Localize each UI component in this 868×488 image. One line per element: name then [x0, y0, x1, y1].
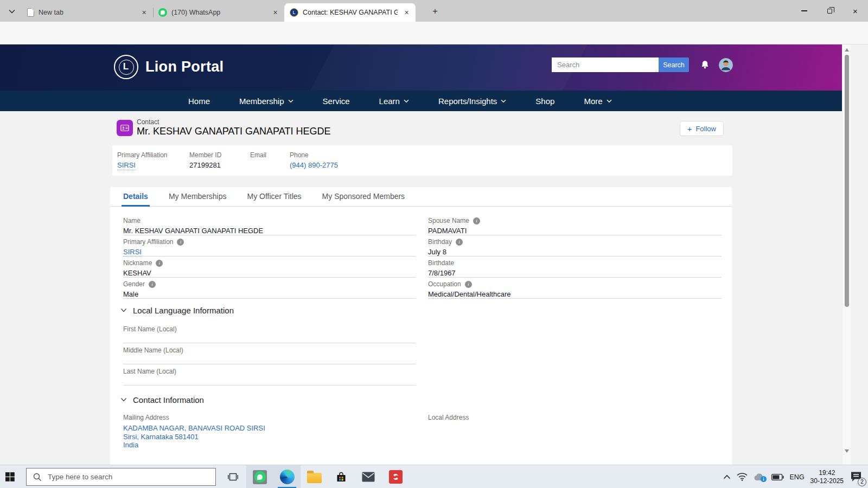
- portal-search-input[interactable]: [552, 57, 659, 72]
- user-avatar[interactable]: [719, 58, 733, 72]
- notifications-button[interactable]: [699, 59, 711, 73]
- record-detail-card: Details My Memberships My Officer Titles…: [110, 187, 732, 465]
- onedrive-tray[interactable]: [754, 473, 765, 481]
- task-view-button[interactable]: [219, 465, 246, 488]
- notification-badge: 2: [858, 478, 866, 486]
- taskbar-search[interactable]: [26, 468, 216, 486]
- minimize-button[interactable]: [792, 0, 817, 22]
- field-value[interactable]: July 8: [428, 248, 446, 256]
- battery-icon[interactable]: [771, 474, 784, 480]
- minimize-icon: [801, 10, 807, 11]
- taskbar-search-input[interactable]: [48, 473, 194, 481]
- browser-tab[interactable]: Contact: KESHAV GANAPATI GANA ×: [284, 3, 416, 22]
- info-icon[interactable]: i: [149, 281, 156, 288]
- summary-field: Primary Affiliation SIRSI: [117, 151, 189, 176]
- language-indicator[interactable]: ENG: [790, 473, 805, 481]
- page-viewport: Lion Portal Search Home Membership: [0, 44, 842, 465]
- field-value[interactable]: Mr. KESHAV GANAPATI GANAPATI HEGDE: [123, 227, 263, 235]
- info-icon[interactable]: i: [465, 281, 472, 288]
- field-value[interactable]: KESHAV: [123, 269, 151, 277]
- nav-item[interactable]: Shop: [535, 97, 554, 106]
- mail-icon: [362, 472, 375, 482]
- file-explorer-button[interactable]: [301, 465, 328, 488]
- field-value[interactable]: PADMAVATI: [428, 227, 467, 235]
- field-label: Name: [123, 217, 416, 224]
- field-label: Gender i: [123, 280, 416, 288]
- info-icon[interactable]: i: [177, 239, 184, 246]
- tab-close-icon[interactable]: ×: [402, 8, 411, 17]
- maximize-button[interactable]: [817, 0, 843, 22]
- mail-app-button[interactable]: [355, 465, 382, 488]
- browser-tabstrip: New tab × (170) WhatsApp × Contact: KESH…: [0, 0, 868, 22]
- tab-close-icon[interactable]: ×: [139, 8, 149, 17]
- nav-item[interactable]: Reports/Insights: [438, 97, 506, 106]
- summary-field-value[interactable]: 27199281: [189, 161, 221, 169]
- whatsapp-app-button[interactable]: [246, 465, 273, 488]
- lions-icon: [290, 8, 298, 17]
- record-tab[interactable]: Details: [123, 192, 148, 206]
- summary-field: Member ID 27199281: [189, 151, 250, 176]
- detail-field: Birthday i July 8: [428, 235, 722, 256]
- scroll-down-arrow-icon[interactable]: [845, 450, 849, 453]
- section-contact-information[interactable]: Contact Information: [120, 395, 204, 404]
- address-line[interactable]: KADAMBA NAGAR, BANAVASI ROAD SIRSI: [123, 424, 416, 433]
- highlights-panel: Primary Affiliation SIRSI Member ID 2719…: [112, 145, 732, 176]
- chevron-up-icon[interactable]: [723, 474, 731, 479]
- start-button[interactable]: [5, 472, 15, 484]
- record-tab[interactable]: My Memberships: [169, 192, 227, 206]
- local-language-fields: First Name (Local) Middle Name (Local) L…: [123, 322, 416, 386]
- record-name: Mr. KESHAV GANAPATI GANAPATI HEGDE: [137, 126, 330, 137]
- record-tab[interactable]: My Officer Titles: [247, 192, 302, 206]
- summary-field-value[interactable]: SIRSI: [117, 161, 136, 170]
- chevron-down-icon: [501, 99, 506, 103]
- nav-item[interactable]: Service: [323, 97, 350, 106]
- browser-tab[interactable]: New tab ×: [22, 3, 153, 22]
- section-local-language[interactable]: Local Language Information: [120, 306, 234, 315]
- nav-item[interactable]: Home: [188, 97, 210, 106]
- portal-brand[interactable]: Lion Portal: [114, 55, 224, 79]
- tab-search-button[interactable]: [4, 4, 20, 18]
- nav-item[interactable]: More: [584, 97, 611, 106]
- wifi-icon[interactable]: [737, 473, 748, 481]
- new-tab-button[interactable]: +: [429, 5, 442, 17]
- nav-item-label: Reports/Insights: [438, 97, 497, 106]
- scrollbar-thumb[interactable]: [845, 55, 849, 307]
- nav-item[interactable]: Membership: [239, 97, 293, 106]
- browser-tab[interactable]: (170) WhatsApp ×: [153, 3, 284, 22]
- address-line[interactable]: India: [123, 441, 416, 450]
- info-icon[interactable]: i: [456, 239, 463, 246]
- record-tab[interactable]: My Sponsored Members: [322, 192, 405, 206]
- field-value[interactable]: 7/8/1967: [428, 269, 456, 277]
- info-icon[interactable]: i: [156, 260, 163, 267]
- summary-field-value[interactable]: (944) 890-2775: [290, 161, 338, 169]
- field-value[interactable]: SIRSI: [123, 248, 142, 256]
- taskbar-clock[interactable]: 19:42 30-12-2025: [810, 469, 844, 485]
- portal-search-button[interactable]: Search: [659, 57, 689, 72]
- close-button[interactable]: ×: [843, 0, 868, 22]
- follow-button[interactable]: + Follow: [680, 121, 724, 136]
- scroll-up-arrow-icon[interactable]: [845, 48, 849, 52]
- clock-date: 30-12-2025: [810, 477, 844, 485]
- clock-time: 19:42: [810, 469, 844, 477]
- edge-icon: [280, 470, 295, 484]
- page-scrollbar[interactable]: [842, 44, 851, 465]
- nav-item[interactable]: Learn: [379, 97, 409, 106]
- edge-app-button[interactable]: [273, 465, 301, 488]
- mailing-address-value[interactable]: KADAMBA NAGAR, BANAVASI ROAD SIRSISirsi,…: [123, 424, 416, 450]
- field-value[interactable]: Medical/Dental/Healthcare: [428, 290, 510, 298]
- store-icon: [335, 471, 347, 483]
- summary-field-label: Primary Affiliation: [117, 151, 189, 159]
- detail-field: Spouse Name i PADMAVATI: [428, 214, 722, 235]
- field-value[interactable]: Male: [123, 290, 138, 298]
- info-icon[interactable]: i: [473, 217, 480, 224]
- empty-field: Middle Name (Local): [123, 343, 416, 364]
- search-icon: [33, 473, 42, 481]
- microsoft-store-button[interactable]: [328, 465, 355, 488]
- contact-card-icon: [120, 123, 130, 133]
- tab-close-icon[interactable]: ×: [271, 8, 280, 17]
- window-controls: ×: [792, 0, 868, 22]
- address-line[interactable]: Sirsi, Karnataka 581401: [123, 433, 416, 441]
- nav-item-label: More: [584, 97, 602, 106]
- red-app-button[interactable]: [382, 465, 409, 488]
- action-center-button[interactable]: 2: [850, 470, 864, 484]
